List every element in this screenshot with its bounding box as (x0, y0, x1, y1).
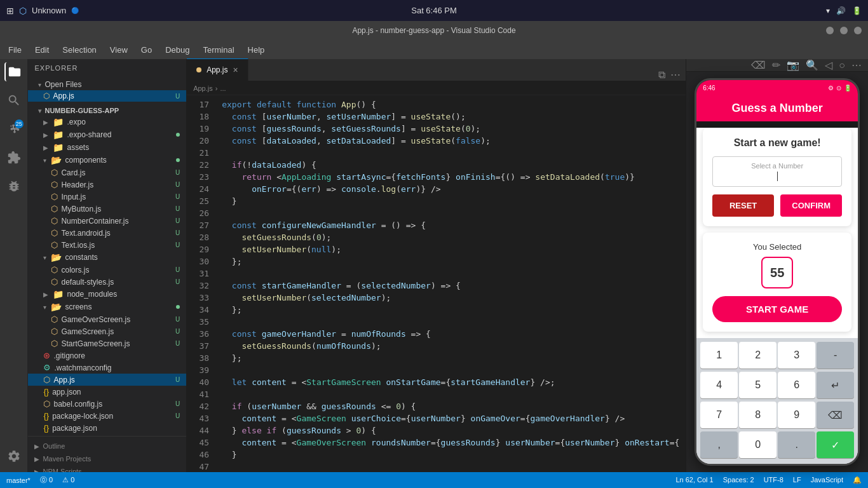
status-eol[interactable]: LF (793, 476, 801, 484)
code-content[interactable]: export default function App() { const [u… (215, 95, 686, 472)
file-numbercontainer: NumberContainer.js (61, 217, 172, 226)
status-branch[interactable]: master* (6, 477, 31, 484)
sidebar-open-files-header[interactable]: ▾ Open Files (28, 79, 186, 90)
sidebar-outline[interactable]: ▶ Outline (28, 440, 186, 452)
sidebar-item-expo-shared[interactable]: ▶ 📁 .expo-shared (28, 128, 186, 141)
json-icon: {} (43, 411, 49, 421)
sidebar-item-colors[interactable]: ⬡ colors.js U (28, 264, 186, 276)
menu-help[interactable]: Help (243, 43, 270, 57)
kb-key-backspace[interactable]: ⌫ (817, 402, 854, 428)
sidebar-item-nodemodules[interactable]: ▶ 📁 node_modules (28, 288, 186, 301)
sidebar-open-file-appjs[interactable]: ⬡ App.js U (28, 90, 186, 102)
breadcrumb-file[interactable]: App.js (193, 85, 213, 92)
panel-more-icon[interactable]: ⋯ (851, 59, 862, 71)
activity-git[interactable]: 25 (4, 119, 24, 139)
titlebar-min-btn[interactable] (826, 27, 834, 34)
phone-start-btn[interactable]: START GAME (712, 296, 842, 322)
kb-key-3[interactable]: 3 (778, 342, 815, 369)
kb-key-8[interactable]: 8 (739, 402, 776, 428)
sidebar-item-assets[interactable]: ▶ 📁 assets (28, 141, 186, 154)
panel-eraser-icon[interactable]: ⌫ (751, 59, 766, 71)
sidebar-bottom: ▶ Outline ▶ Maven Projects ▶ NPM Scripts (28, 436, 186, 472)
sidebar-item-mybutton[interactable]: ⬡ MyButton.js U (28, 203, 186, 215)
sidebar-item-textios[interactable]: ⬡ Text.ios.js U (28, 239, 186, 251)
activity-explorer[interactable] (4, 62, 24, 81)
sidebar-item-watchmanconfig[interactable]: ⚙ .watchmanconfig (28, 362, 186, 374)
taskbar-grid-icon[interactable]: ⊞ (6, 6, 14, 16)
panel-camera-icon[interactable]: 📷 (787, 59, 799, 71)
sidebar-item-packagejson[interactable]: {} package.json (28, 422, 186, 434)
sidebar-maven[interactable]: ▶ Maven Projects (28, 452, 186, 465)
sidebar-item-numbercontainer[interactable]: ⬡ NumberContainer.js U (28, 215, 186, 227)
sidebar-item-appjs[interactable]: ⬡ App.js U (28, 374, 186, 386)
menu-view[interactable]: View (105, 43, 133, 57)
kb-key-6[interactable]: 6 (778, 372, 815, 398)
status-errors[interactable]: ⓪ 0 (40, 475, 53, 485)
phone-number-input[interactable]: Select a Number (712, 156, 842, 187)
panel-zoom-in-icon[interactable]: 🔍 (806, 59, 818, 71)
sidebar-item-startgamescreen[interactable]: ⬡ StartGameScreen.js U (28, 337, 186, 349)
kb-key-enter[interactable]: ↵ (817, 372, 854, 398)
status-feedback-icon[interactable]: 🔔 (853, 476, 862, 484)
activity-search[interactable] (4, 91, 24, 110)
status-warnings[interactable]: ⚠ 0 (62, 476, 74, 484)
tab-appjs[interactable]: App.js × (187, 58, 248, 81)
sidebar-item-constants[interactable]: ▾ 📂 constants (28, 251, 186, 264)
code-editor[interactable]: 1718192021 2223242526 2728293031 3233343… (187, 95, 686, 472)
sidebar-item-screens[interactable]: ▾ 📂 screens (28, 301, 186, 313)
sidebar-item-card[interactable]: ⬡ Card.js U (28, 166, 186, 179)
sidebar-item-gitignore[interactable]: ⊛ .gitignore (28, 349, 186, 362)
status-encoding[interactable]: UTF-8 (764, 476, 783, 484)
sidebar-npm[interactable]: ▶ NPM Scripts (28, 465, 186, 472)
taskbar-vscode-icon[interactable]: ⬡ (19, 6, 27, 16)
activity-extensions[interactable] (4, 148, 24, 167)
status-language[interactable]: JavaScript (811, 476, 843, 484)
menu-file[interactable]: File (3, 43, 27, 57)
phone-confirm-btn[interactable]: CONFIRM (780, 194, 842, 217)
taskbar-volume-icon[interactable]: 🔊 (836, 6, 846, 15)
sidebar-item-components[interactable]: ▾ 📂 components (28, 154, 186, 166)
sidebar-item-appjson[interactable]: {} app.json (28, 386, 186, 398)
menu-terminal[interactable]: Terminal (198, 43, 239, 57)
kb-key-dot[interactable]: . (778, 431, 815, 458)
panel-back-icon[interactable]: ◁ (825, 59, 832, 71)
sidebar-item-gamescreen[interactable]: ⬡ GameScreen.js U (28, 325, 186, 337)
kb-key-minus[interactable]: - (817, 342, 854, 369)
status-spaces[interactable]: Spaces: 2 (723, 476, 754, 484)
kb-key-5[interactable]: 5 (739, 372, 776, 398)
panel-circle-icon[interactable]: ○ (839, 60, 845, 71)
menu-edit[interactable]: Edit (30, 43, 54, 57)
tab-close-btn[interactable]: × (233, 65, 238, 75)
more-icon[interactable]: ⋯ (670, 69, 681, 81)
kb-key-2[interactable]: 2 (739, 342, 776, 369)
sidebar-item-defaultstyles[interactable]: ⬡ default-styles.js U (28, 276, 186, 288)
kb-key-9[interactable]: 9 (778, 402, 815, 428)
sidebar-item-input[interactable]: ⬡ Input.js U (28, 191, 186, 203)
phone-reset-btn[interactable]: RESET (712, 194, 774, 217)
menu-debug[interactable]: Debug (160, 43, 194, 57)
kb-key-7[interactable]: 7 (700, 402, 738, 428)
status-line[interactable]: Ln 62, Col 1 (675, 476, 713, 484)
sidebar-project-header[interactable]: ▾ Number-Guess-App (28, 105, 186, 116)
sidebar-item-header[interactable]: ⬡ Header.js U (28, 179, 186, 191)
sidebar-item-babelconfig[interactable]: ⬡ babel.config.js U (28, 398, 186, 410)
menu-go[interactable]: Go (136, 43, 157, 57)
kb-key-comma[interactable]: , (700, 431, 738, 458)
breadcrumb-path[interactable]: ... (220, 85, 226, 92)
titlebar-max-btn[interactable] (840, 27, 848, 34)
panel-pencil-icon[interactable]: ✏ (772, 59, 780, 71)
activity-settings[interactable] (4, 447, 24, 466)
file-packagelock: package-lock.json (52, 412, 172, 421)
sidebar-item-packagelock[interactable]: {} package-lock.json U (28, 410, 186, 422)
sidebar-item-expo[interactable]: ▶ 📁 .expo (28, 116, 186, 128)
menu-selection[interactable]: Selection (57, 43, 101, 57)
kb-key-1[interactable]: 1 (700, 342, 738, 369)
sidebar-item-textandroid[interactable]: ⬡ Text.android.js U (28, 227, 186, 239)
activity-debug[interactable] (4, 177, 24, 196)
kb-key-check[interactable]: ✓ (817, 431, 854, 458)
kb-key-4[interactable]: 4 (700, 372, 738, 398)
split-editor-icon[interactable]: ⧉ (658, 69, 665, 81)
kb-key-0[interactable]: 0 (739, 431, 776, 458)
titlebar-close-btn[interactable] (854, 27, 862, 34)
sidebar-item-gameoverscreen[interactable]: ⬡ GameOverScreen.js U (28, 313, 186, 325)
